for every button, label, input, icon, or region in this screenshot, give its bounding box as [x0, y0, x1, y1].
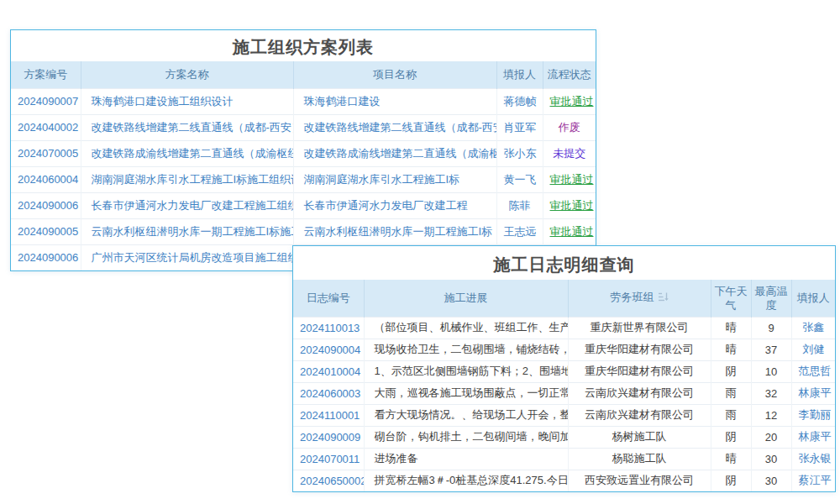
weather-cell: 晴	[711, 339, 751, 360]
table-row: 2024070005 改建铁路成渝线增建第二直通线（成渝枢纽）... 改建铁路成…	[11, 140, 596, 166]
plan-name-cell[interactable]: 广州市天河区统计局机房改造项目施工组织设计	[81, 244, 293, 270]
reporter-cell[interactable]: 陈菲	[496, 192, 543, 218]
status-badge[interactable]: 审批通过	[543, 166, 596, 192]
progress-cell: 大雨，巡视各施工现场围蔽点，一切正常...	[364, 382, 568, 404]
log-reporter-cell[interactable]: 蔡江平	[791, 470, 835, 491]
team-cell: 杨树施工队	[568, 426, 711, 448]
max-temp-cell: 20	[751, 426, 791, 448]
column-header-plan-id: 方案编号	[11, 61, 81, 88]
log-id-cell[interactable]: 2024070011	[293, 448, 364, 470]
log-id-cell[interactable]: 2024110013	[293, 317, 364, 339]
log-id-cell[interactable]: 20240650002	[293, 470, 364, 491]
progress-cell: 1、示范区北侧围墙钢筋下料；2、围墙地...	[364, 360, 568, 382]
log-reporter-cell[interactable]: 范思哲	[791, 360, 835, 382]
weather-cell: 雨	[711, 382, 751, 404]
plan-id-cell[interactable]: 2024090006	[11, 192, 81, 218]
plan-name-cell[interactable]: 云南水利枢纽潜明水库一期工程施工I标施工组...	[81, 218, 293, 244]
table-row: 2024110001 看方大现场情况。、给现场工人开会，整... 云南欣兴建材有…	[293, 404, 835, 426]
log-id-cell[interactable]: 2024010004	[293, 360, 364, 382]
max-temp-cell: 9	[751, 317, 791, 339]
progress-cell: （部位项目、机械作业、班组工作、生产...	[364, 317, 568, 339]
log-detail-title: 施工日志明细查询	[293, 246, 835, 280]
log-reporter-cell[interactable]: 林康平	[791, 426, 835, 448]
plan-id-cell[interactable]: 2024070005	[11, 140, 81, 166]
weather-cell: 阴	[711, 470, 751, 491]
reporter-cell[interactable]: 王志远	[496, 218, 543, 244]
log-reporter-cell[interactable]: 刘健	[791, 339, 835, 360]
column-header-log-id: 日志编号	[293, 280, 364, 317]
status-badge[interactable]: 审批通过	[543, 192, 596, 218]
project-name-cell[interactable]: 改建铁路成渝线增建第二直通线（成渝枢...	[293, 140, 496, 166]
team-cell: 云南欣兴建材有限公司	[568, 382, 711, 404]
log-table-header-row: 日志编号 施工进展 劳务班组 下午天气 最高温度 填报人	[293, 280, 835, 317]
progress-cell: 看方大现场情况。、给现场工人开会，整...	[364, 404, 568, 426]
plan-table: 方案编号 方案名称 项目名称 填报人 流程状态 2024090007 珠海鹤港口…	[11, 61, 596, 270]
progress-cell: 拼宽桥左幅3＃-0桩基总深度41.275.今日进...	[364, 470, 568, 491]
log-id-cell[interactable]: 2024110001	[293, 404, 364, 426]
column-header-project-name: 项目名称	[293, 61, 496, 88]
log-detail-panel: 施工日志明细查询 日志编号 施工进展 劳务班组 下午天气 最高温度 填报人 20…	[292, 245, 836, 492]
table-row: 2024010004 1、示范区北侧围墙钢筋下料；2、围墙地... 重庆华阳建材…	[293, 360, 835, 382]
plan-name-cell[interactable]: 湖南洞庭湖水库引水工程施工I标施工组织设计	[81, 166, 293, 192]
plan-name-cell[interactable]: 长春市伊通河水力发电厂改建工程施工组织设计	[81, 192, 293, 218]
log-table: 日志编号 施工进展 劳务班组 下午天气 最高温度 填报人 2024110013 …	[293, 280, 835, 491]
column-header-log-reporter: 填报人	[791, 280, 835, 317]
table-row: 20240650002 拼宽桥左幅3＃-0桩基总深度41.275.今日进... …	[293, 470, 835, 491]
team-cell: 云南欣兴建材有限公司	[568, 404, 711, 426]
project-name-cell[interactable]: 改建铁路线增建第二线直通线（成都-西安...	[293, 114, 496, 140]
plan-name-cell[interactable]: 珠海鹤港口建设施工组织设计	[81, 88, 293, 114]
status-badge[interactable]: 审批通过	[543, 88, 596, 114]
team-cell: 西安致远置业有限公司	[568, 470, 711, 491]
column-header-team: 劳务班组	[568, 280, 711, 317]
weather-cell: 阴	[711, 426, 751, 448]
status-badge[interactable]: 未提交	[543, 140, 596, 166]
table-row: 2024090007 珠海鹤港口建设施工组织设计 珠海鹤港口建设 蒋德帧 审批通…	[11, 88, 596, 114]
table-row: 2024060003 大雨，巡视各施工现场围蔽点，一切正常... 云南欣兴建材有…	[293, 382, 835, 404]
log-id-cell[interactable]: 2024060003	[293, 382, 364, 404]
log-reporter-cell[interactable]: 张鑫	[791, 317, 835, 339]
progress-cell: 进场准备	[364, 448, 568, 470]
reporter-cell[interactable]: 肖亚军	[496, 114, 543, 140]
log-id-cell[interactable]: 2024090009	[293, 426, 364, 448]
sort-icon[interactable]	[658, 291, 669, 306]
log-reporter-cell[interactable]: 李勤丽	[791, 404, 835, 426]
project-name-cell[interactable]: 湖南洞庭湖水库引水工程施工I标	[293, 166, 496, 192]
table-row: 2024110013 （部位项目、机械作业、班组工作、生产... 重庆新世界有限…	[293, 317, 835, 339]
project-name-cell[interactable]: 珠海鹤港口建设	[293, 88, 496, 114]
plan-id-cell[interactable]: 2024090006	[11, 244, 81, 270]
log-reporter-cell[interactable]: 林康平	[791, 382, 835, 404]
project-name-cell[interactable]: 长春市伊通河水力发电厂改建工程	[293, 192, 496, 218]
plan-id-cell[interactable]: 2024090005	[11, 218, 81, 244]
max-temp-cell: 12	[751, 404, 791, 426]
plan-name-cell[interactable]: 改建铁路线增建第二线直通线（成都-西安）...	[81, 114, 293, 140]
log-id-cell[interactable]: 2024090004	[293, 339, 364, 360]
table-row: 2024090006 长春市伊通河水力发电厂改建工程施工组织设计 长春市伊通河水…	[11, 192, 596, 218]
project-name-cell[interactable]: 云南水利枢纽潜明水库一期工程施工I标	[293, 218, 496, 244]
weather-cell: 雨	[711, 404, 751, 426]
plan-id-cell[interactable]: 2024040002	[11, 114, 81, 140]
status-badge[interactable]: 审批通过	[543, 218, 596, 244]
table-row: 2024090009 砌台阶，钩机排土，二包砌间墙，晚间加... 杨树施工队 阴…	[293, 426, 835, 448]
column-header-progress: 施工进展	[364, 280, 568, 317]
max-temp-cell: 32	[751, 382, 791, 404]
log-reporter-cell[interactable]: 张永银	[791, 448, 835, 470]
weather-cell: 阴	[711, 360, 751, 382]
plan-list-title: 施工组织方案列表	[11, 30, 596, 61]
team-cell: 重庆华阳建材有限公司	[568, 360, 711, 382]
reporter-cell[interactable]: 蒋德帧	[496, 88, 543, 114]
column-header-max-temp: 最高温度	[751, 280, 791, 317]
column-header-plan-name: 方案名称	[81, 61, 293, 88]
progress-cell: 现场收拾卫生，二包砌围墙，铺烧结砖，...	[364, 339, 568, 360]
table-row: 2024090005 云南水利枢纽潜明水库一期工程施工I标施工组... 云南水利…	[11, 218, 596, 244]
reporter-cell[interactable]: 黄一飞	[496, 166, 543, 192]
plan-table-body: 2024090007 珠海鹤港口建设施工组织设计 珠海鹤港口建设 蒋德帧 审批通…	[11, 88, 596, 270]
plan-id-cell[interactable]: 2024090007	[11, 88, 81, 114]
status-badge[interactable]: 作废	[543, 114, 596, 140]
log-table-body: 2024110013 （部位项目、机械作业、班组工作、生产... 重庆新世界有限…	[293, 317, 835, 491]
plan-name-cell[interactable]: 改建铁路成渝线增建第二直通线（成渝枢纽）...	[81, 140, 293, 166]
reporter-cell[interactable]: 张小东	[496, 140, 543, 166]
column-header-team-label: 劳务班组	[611, 291, 654, 303]
column-header-weather: 下午天气	[711, 280, 751, 317]
weather-cell: 晴	[711, 448, 751, 470]
plan-id-cell[interactable]: 2024060004	[11, 166, 81, 192]
